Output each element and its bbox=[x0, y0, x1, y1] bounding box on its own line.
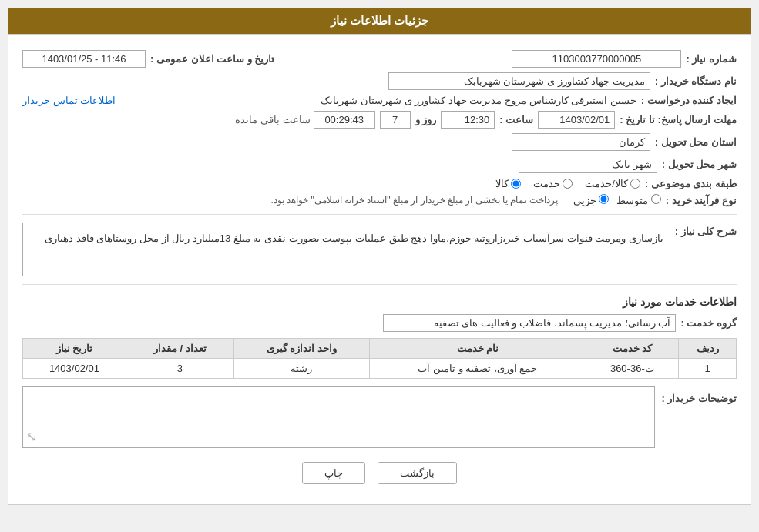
process-motavaset-label: متوسط bbox=[616, 195, 648, 206]
category-radio-group: کالا/خدمت خدمت کالا bbox=[495, 178, 640, 189]
back-button[interactable]: بازگشت bbox=[378, 462, 457, 484]
description-label: شرح کلی نیاز : bbox=[675, 226, 737, 237]
col-quantity: تعداد / مقدار bbox=[126, 339, 233, 359]
buyer-notes-label: توضیحات خریدار : bbox=[661, 393, 737, 404]
cell-date: 1403/02/01 bbox=[23, 359, 126, 379]
services-section-title: اطلاعات خدمات مورد نیاز bbox=[22, 296, 737, 308]
process-jozi-option[interactable]: جزیی bbox=[573, 194, 610, 206]
deadline-time: 12:30 bbox=[441, 111, 495, 129]
process-jozi-radio[interactable] bbox=[599, 194, 609, 204]
cell-service-code: ت-36-360 bbox=[586, 359, 678, 379]
cell-quantity: 3 bbox=[126, 359, 233, 379]
process-motavaset-option[interactable]: متوسط bbox=[616, 194, 661, 206]
category-kala-radio[interactable] bbox=[511, 179, 521, 189]
col-date: تاریخ نیاز bbox=[23, 339, 126, 359]
remaining-time: 00:29:43 bbox=[314, 111, 375, 129]
deadline-day-label: روز و bbox=[415, 114, 437, 125]
category-label: طبقه بندی موضوعی : bbox=[645, 178, 737, 189]
city-value: شهر بابک bbox=[519, 156, 657, 173]
process-type-group: متوسط جزیی پرداخت تمام یا بخشی از مبلغ خ… bbox=[270, 194, 660, 206]
category-kala-khedmat-label: کالا/خدمت bbox=[585, 178, 628, 189]
remaining-label: ساعت باقی مانده bbox=[235, 114, 310, 125]
process-note: پرداخت تمام یا بخشی از مبلغ خریدار از مب… bbox=[270, 195, 557, 206]
deadline-time-label: ساعت : bbox=[499, 114, 533, 125]
col-service-code: کد خدمت bbox=[586, 339, 678, 359]
service-group-label: گروه خدمت : bbox=[680, 317, 737, 329]
print-button[interactable]: چاپ bbox=[302, 462, 365, 484]
process-label: نوع فرآیند خرید : bbox=[666, 195, 737, 206]
category-kala-label: کالا bbox=[495, 178, 509, 189]
category-kala-option[interactable]: کالا bbox=[495, 178, 521, 189]
requester-value: حسین استیرقی کارشناس مروج مدیریت جهاد کش… bbox=[120, 95, 636, 106]
buyer-notes-textarea[interactable] bbox=[28, 392, 650, 438]
action-buttons: بازگشت چاپ bbox=[22, 462, 737, 494]
page-title: جزئیات اطلاعات نیاز bbox=[331, 14, 428, 27]
province-label: استان محل تحویل : bbox=[655, 136, 737, 148]
category-kala-khedmat-option[interactable]: کالا/خدمت bbox=[585, 178, 640, 189]
cell-row-num: 1 bbox=[679, 359, 737, 379]
contact-link[interactable]: اطلاعات تماس خریدار bbox=[22, 95, 116, 106]
cell-service-name: جمع آوری، تصفیه و تامین آب bbox=[370, 359, 586, 379]
services-table: ردیف کد خدمت نام خدمت واحد اندازه گیری ت… bbox=[22, 338, 737, 379]
requester-label: ایجاد کننده درخواست : bbox=[641, 95, 737, 106]
province-value: کرمان bbox=[512, 133, 650, 151]
process-motavaset-radio[interactable] bbox=[651, 194, 661, 204]
need-number-value: 1103003770000005 bbox=[512, 50, 681, 68]
category-khedmat-option[interactable]: خدمت bbox=[533, 178, 573, 189]
need-number-label: شماره نیاز : bbox=[686, 53, 737, 65]
process-jozi-label: جزیی bbox=[573, 195, 596, 206]
deadline-date: 1403/02/01 bbox=[538, 111, 615, 129]
announcement-value: 1403/01/25 - 11:46 bbox=[22, 50, 146, 68]
col-row-num: ردیف bbox=[679, 339, 737, 359]
deadline-label: مهلت ارسال پاسخ: تا تاریخ : bbox=[620, 114, 737, 125]
col-service-name: نام خدمت bbox=[370, 339, 586, 359]
announcement-label: تاریخ و ساعت اعلان عمومی : bbox=[150, 53, 274, 65]
category-kala-khedmat-radio[interactable] bbox=[630, 179, 640, 189]
resize-handle-icon: ⤡ bbox=[26, 430, 36, 444]
buyer-org-value: مدیریت جهاد کشاورز ی شهرستان شهربابک bbox=[388, 72, 650, 90]
city-label: شهر محل تحویل : bbox=[662, 159, 737, 170]
page-header: جزئیات اطلاعات نیاز bbox=[8, 8, 751, 34]
col-unit: واحد اندازه گیری bbox=[233, 339, 369, 359]
category-khedmat-radio[interactable] bbox=[563, 179, 573, 189]
table-row: 1 ت-36-360 جمع آوری، تصفیه و تامین آب رش… bbox=[23, 359, 737, 379]
service-group-value: آب رسانی؛ مدیریت پسماند، فاضلاب و فعالیت… bbox=[383, 314, 676, 332]
description-value: بازسازی ومرمت قنوات سرآسیاب خیر،زاروتیه … bbox=[45, 233, 663, 244]
category-khedmat-label: خدمت bbox=[533, 178, 560, 189]
cell-unit: رشته bbox=[233, 359, 369, 379]
deadline-days: 7 bbox=[380, 111, 411, 129]
buyer-org-label: نام دستگاه خریدار : bbox=[655, 75, 737, 87]
